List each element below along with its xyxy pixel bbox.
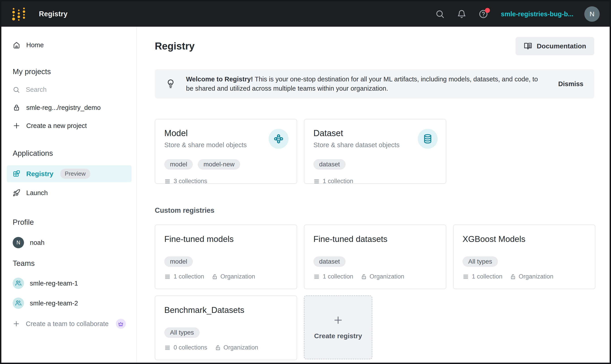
home-icon — [13, 41, 20, 49]
main-content: Registry Documentation Welcome to Regist… — [137, 27, 610, 363]
team-name: smle-reg-team-2 — [30, 299, 78, 307]
unlock-icon — [361, 273, 367, 280]
profile-name: noah — [30, 239, 45, 247]
card-tags: dataset — [313, 256, 437, 267]
teams-header: Teams — [13, 259, 132, 268]
list-icon — [164, 178, 171, 184]
visibility-label: Organization — [224, 344, 258, 351]
sidebar: Home My projects smle-reg.../registry_de… — [1, 27, 137, 363]
custom-registries: Fine-tuned models model 1 collection Org… — [155, 224, 594, 360]
sidebar-item-team-2[interactable]: smle-reg-team-2 — [13, 298, 132, 309]
collections-count: 1 collection — [174, 273, 204, 280]
registry-card-fine-tuned-datasets[interactable]: Fine-tuned datasets dataset 1 collection… — [304, 224, 446, 289]
registry-grid-icon — [13, 170, 20, 178]
card-tags: dataset — [313, 159, 437, 169]
sidebar-item-launch[interactable]: Launch — [13, 189, 132, 197]
sidebar-item-team-1[interactable]: smle-reg-team-1 — [13, 278, 132, 289]
visibility-label: Organization — [369, 273, 404, 280]
visibility-label: Organization — [220, 273, 255, 280]
tag-pill: All types — [164, 327, 200, 338]
crown-icon — [116, 319, 126, 329]
card-tags: All types — [164, 327, 288, 338]
lightbulb-icon — [166, 79, 176, 89]
card-tags: model — [164, 256, 288, 267]
registry-label: Registry — [26, 170, 54, 178]
create-project-button[interactable]: Create a new project — [13, 122, 132, 130]
users-icon — [13, 278, 24, 289]
create-registry-label: Create registry — [314, 332, 362, 340]
visibility-group: Organization — [212, 273, 255, 280]
registry-card-benchmark-datasets[interactable]: Benchmark_Datasets All types 0 collectio… — [155, 296, 297, 360]
visibility-group: Organization — [215, 344, 258, 351]
card-meta: 1 collection Organization — [462, 273, 586, 280]
app-window: Registry smle-registries-bug-b... N Home… — [0, 0, 611, 364]
list-icon — [164, 345, 171, 351]
lock-icon — [13, 104, 20, 111]
bell-icon[interactable] — [457, 9, 466, 19]
users-icon — [13, 298, 24, 309]
book-icon — [524, 42, 532, 51]
collections-count: 3 collections — [174, 178, 207, 185]
navbar-actions: smle-registries-bug-b... N — [423, 6, 600, 22]
banner-text: Welcome to Registry! This is your one-st… — [186, 75, 546, 93]
visibility-group: Organization — [510, 273, 553, 280]
banner-title: Welcome to Registry! — [186, 76, 253, 83]
registry-card-dataset[interactable]: Dataset Store & share dataset objects da… — [304, 119, 446, 184]
dismiss-button[interactable]: Dismiss — [548, 80, 584, 88]
tag-pill: dataset — [313, 159, 346, 169]
search-icon[interactable] — [435, 9, 445, 19]
tag-pill: dataset — [313, 256, 346, 267]
card-title: XGBoost Models — [462, 234, 586, 244]
visibility-label: Organization — [519, 273, 553, 280]
plus-icon — [13, 122, 20, 130]
collections-count: 1 collection — [472, 273, 502, 280]
preview-badge: Preview — [60, 169, 90, 179]
profile-header: Profile — [13, 218, 132, 227]
card-title: Benchmark_Datasets — [164, 305, 288, 315]
tag-pill: model-new — [198, 159, 240, 169]
registry-card-model[interactable]: Model Store & share model objects model … — [155, 119, 297, 184]
sidebar-search[interactable] — [13, 86, 132, 93]
card-meta: 3 collections — [164, 178, 288, 185]
notification-dot — [485, 8, 490, 13]
project-name: smle-reg.../registry_demo — [26, 104, 101, 111]
collections-count: 1 collection — [323, 178, 353, 185]
sidebar-item-project[interactable]: smle-reg.../registry_demo — [13, 104, 132, 111]
list-icon — [462, 273, 469, 280]
launch-label: Launch — [26, 189, 48, 197]
create-project-label: Create a new project — [26, 122, 87, 130]
content-shell: Home My projects smle-reg.../registry_de… — [1, 27, 610, 363]
database-icon — [418, 129, 438, 149]
welcome-banner: Welcome to Registry! This is your one-st… — [155, 69, 594, 99]
profile-avatar: N — [13, 237, 24, 248]
registry-card-xgboost-models[interactable]: XGBoost Models All types 1 collection Or… — [453, 224, 595, 289]
wandb-logo[interactable] — [11, 6, 26, 22]
navbar-app-title: Registry — [39, 10, 68, 18]
tag-pill: model — [164, 159, 193, 169]
plus-icon — [13, 320, 20, 327]
model-nodes-icon — [269, 129, 288, 149]
create-team-button[interactable]: Create a team to collaborate — [13, 319, 132, 329]
help-icon[interactable] — [479, 9, 488, 19]
applications-header: Applications — [13, 149, 132, 157]
card-meta: 1 collection Organization — [164, 273, 288, 280]
create-team-label: Create a team to collaborate — [26, 320, 109, 328]
card-meta: 1 collection — [313, 178, 437, 185]
org-name-link[interactable]: smle-registries-bug-b... — [501, 10, 573, 18]
registry-card-fine-tuned-models[interactable]: Fine-tuned models model 1 collection Org… — [155, 224, 297, 289]
custom-registries-header: Custom registries — [155, 207, 594, 215]
top-navbar: Registry smle-registries-bug-b... N — [1, 1, 610, 27]
card-meta: 0 collections Organization — [164, 344, 288, 351]
sidebar-item-home[interactable]: Home — [13, 41, 132, 49]
collections-count: 1 collection — [323, 273, 353, 280]
documentation-label: Documentation — [537, 42, 586, 50]
user-avatar[interactable]: N — [584, 6, 600, 22]
sidebar-item-registry[interactable]: Registry Preview — [7, 165, 132, 182]
visibility-group: Organization — [361, 273, 404, 280]
core-registries: Model Store & share model objects model … — [155, 119, 594, 184]
documentation-button[interactable]: Documentation — [516, 37, 594, 55]
search-input[interactable] — [26, 86, 100, 93]
sidebar-item-profile[interactable]: N noah — [13, 237, 132, 248]
create-registry-button[interactable]: Create registry — [304, 296, 372, 359]
list-icon — [164, 273, 171, 280]
